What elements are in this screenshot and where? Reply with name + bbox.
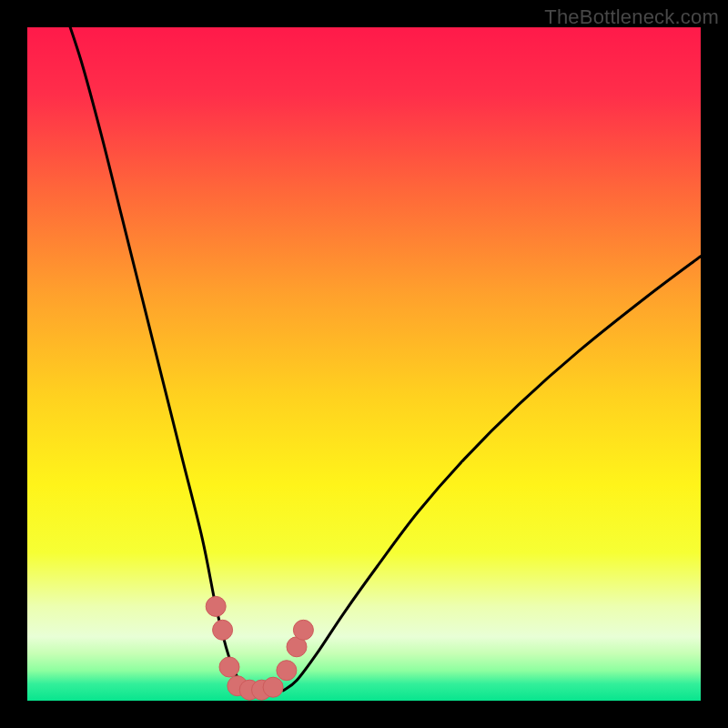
bottleneck-curve (27, 27, 701, 701)
curve-marker (277, 661, 297, 681)
curve-marker (263, 677, 283, 697)
chart-frame: TheBottleneck.com (0, 0, 728, 728)
plot-area (27, 27, 701, 701)
curve-left-branch (61, 27, 253, 691)
curve-marker (213, 620, 233, 640)
watermark-text: TheBottleneck.com (544, 5, 719, 29)
curve-marker (219, 657, 239, 677)
curve-markers (206, 596, 313, 700)
curve-marker (293, 620, 313, 640)
curve-marker (206, 596, 226, 616)
curve-right-branch (283, 257, 701, 691)
